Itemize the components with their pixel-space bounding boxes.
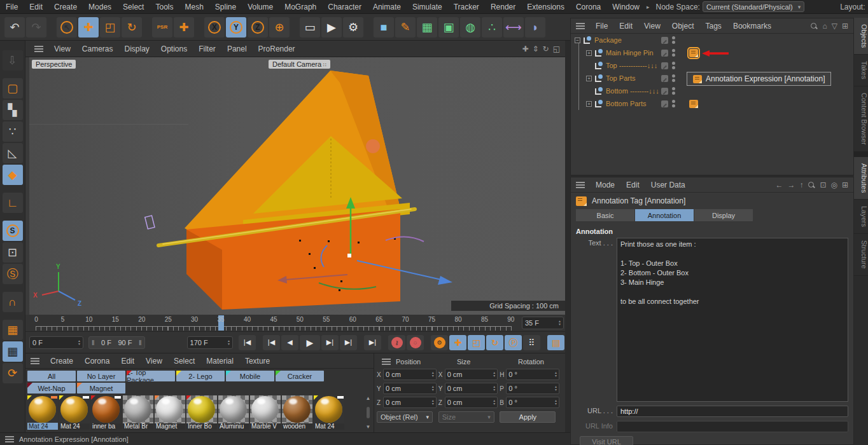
attribute-menu-user-data[interactable]: User Data: [645, 181, 691, 189]
vp-rotate-icon[interactable]: ↻: [543, 44, 549, 53]
url-input[interactable]: http://: [617, 406, 848, 417]
spinner-arrows-icon[interactable]: ▴▾: [430, 399, 434, 406]
next-frame-button[interactable]: ▶|: [321, 335, 339, 350]
om-search-icon[interactable]: [810, 22, 818, 30]
attribute-menu-mode[interactable]: Mode: [590, 181, 620, 189]
object-tag-cell[interactable]: [689, 49, 698, 57]
object-menu-file[interactable]: File: [590, 22, 613, 31]
object-toggles[interactable]: [661, 87, 675, 95]
spinner-arrows-icon[interactable]: ▴▾: [491, 399, 495, 406]
menu-character[interactable]: Character: [322, 3, 367, 11]
position-z-field[interactable]: 0 cm▴▾: [383, 397, 437, 408]
move-icon[interactable]: ✚: [78, 17, 99, 38]
material-aluminiu-6[interactable]: Aluminiu: [218, 395, 249, 430]
prev-frame-button[interactable]: ◀: [281, 335, 298, 350]
move-axis-icon[interactable]: ✚: [174, 17, 194, 38]
viewport-menu-filter[interactable]: Filter: [193, 44, 221, 53]
material-menu-material[interactable]: Material: [200, 357, 239, 366]
viewport-menu-view[interactable]: View: [48, 44, 76, 53]
side-tab-objects[interactable]: Objects: [854, 18, 868, 55]
menu-render[interactable]: Render: [485, 3, 521, 11]
y-axis-lock-icon[interactable]: Y: [226, 17, 246, 38]
object-tag-cell[interactable]: [689, 100, 698, 108]
model-mode-icon[interactable]: ▢: [3, 78, 23, 99]
layer-tab-2-lego[interactable]: 2- Lego: [176, 371, 225, 381]
object-toggles[interactable]: [661, 49, 675, 57]
menu-file[interactable]: File: [0, 3, 24, 11]
node-space-dropdown[interactable]: Current (Standard/Physical)▾: [703, 1, 804, 12]
layer-tab-1-top-package[interactable]: 1- Top Package: [127, 371, 175, 381]
menu-volume[interactable]: Volume: [242, 3, 279, 11]
viewport-menu-options[interactable]: Options: [155, 44, 193, 53]
snap-3d-icon[interactable]: Ⓢ: [3, 264, 23, 284]
menu-simulate[interactable]: Simulate: [407, 3, 448, 11]
rotation-b-field[interactable]: 0 °▴▾: [506, 397, 559, 408]
object-toggles[interactable]: [661, 36, 675, 44]
workplane-grid-icon[interactable]: ▦: [3, 320, 23, 340]
undo-icon[interactable]: ↶: [4, 17, 25, 38]
attribute-menu-edit[interactable]: Edit: [620, 181, 645, 189]
magnet-icon[interactable]: ∩: [3, 292, 23, 312]
size-y-field[interactable]: 0 cm▴▾: [445, 383, 498, 394]
polygon-mode-icon[interactable]: ◆: [3, 165, 23, 185]
generator-icon[interactable]: ▣: [438, 17, 459, 38]
material-menu-corona[interactable]: Corona: [79, 357, 115, 366]
goto-end-button[interactable]: ▶|: [364, 335, 381, 350]
tree-row-package[interactable]: −Package: [571, 34, 853, 46]
frame-start-field[interactable]: 0 F ▴▾: [29, 336, 83, 349]
menu-create[interactable]: Create: [48, 3, 83, 11]
tab-basic[interactable]: Basic: [576, 209, 634, 221]
symmetry-icon[interactable]: ⟷: [503, 17, 524, 38]
tab-display[interactable]: Display: [694, 209, 753, 221]
object-toggles[interactable]: [661, 62, 675, 69]
material-mat-24-0[interactable]: Mat 24: [27, 395, 58, 430]
menu-tools[interactable]: Tools: [150, 3, 179, 11]
annotation-tag-icon[interactable]: [689, 49, 698, 57]
tree-row-main-hinge-pin[interactable]: +Main Hinge Pin: [571, 46, 853, 59]
size-x-field[interactable]: 0 cm▴▾: [445, 369, 498, 380]
om-home-icon[interactable]: ⌂: [822, 22, 827, 31]
material-magnet-4[interactable]: Magnet: [155, 395, 185, 430]
scroll-thumb[interactable]: [367, 407, 370, 418]
coordinates-menu-icon[interactable]: [382, 361, 391, 362]
size-dropdown[interactable]: Size▾: [438, 411, 494, 423]
viewport-menu-display[interactable]: Display: [118, 44, 155, 53]
spinner-arrows-icon[interactable]: ▴▾: [491, 371, 495, 378]
vp-toggle-icon[interactable]: ◱: [553, 44, 560, 53]
psr-transfer-icon[interactable]: PSR: [152, 17, 172, 38]
menu-select[interactable]: Select: [117, 3, 150, 11]
spinner-arrows-icon[interactable]: ▴▾: [430, 371, 434, 378]
render-view-icon[interactable]: ▭: [300, 17, 320, 38]
layer-square-icon[interactable]: [661, 37, 668, 44]
material-menu-edit[interactable]: Edit: [115, 357, 140, 366]
tab-annotation[interactable]: Annotation: [635, 209, 694, 221]
coordinate-system-icon[interactable]: ⊕: [269, 17, 290, 38]
url-info-input[interactable]: [617, 421, 848, 432]
render-settings-icon[interactable]: ⚙: [343, 17, 363, 38]
viewport-menu-prorender[interactable]: ProRender: [253, 44, 301, 53]
key-parameter-button[interactable]: Ⓟ: [505, 335, 522, 350]
x-axis-lock-icon[interactable]: X: [204, 17, 225, 38]
size-z-field[interactable]: 0 cm▴▾: [445, 397, 498, 408]
spinner-arrows-icon[interactable]: ▴▾: [430, 385, 434, 392]
tree-row-bottom[interactable]: Bottom --------↓↓↓: [571, 85, 853, 97]
vp-zoom-icon[interactable]: ⇕: [533, 44, 539, 53]
material-inner-ba-2[interactable]: inner ba: [91, 395, 122, 430]
spinner-arrows-icon[interactable]: ▴▾: [491, 385, 495, 392]
keyframe-selection-button[interactable]: ⚙: [431, 335, 448, 350]
viewport-canvas[interactable]: Perspective Default Camera ∷: [29, 57, 565, 315]
om-filter-icon[interactable]: ▽: [832, 22, 837, 31]
menu-window[interactable]: Window: [606, 3, 645, 11]
menu-mograph[interactable]: MoGraph: [279, 3, 322, 11]
spinner-arrows-icon[interactable]: ▴▾: [225, 339, 230, 346]
play-button[interactable]: ▶: [300, 335, 320, 350]
object-rel-dropdown[interactable]: Object (Rel)▾: [377, 411, 433, 423]
layer-tab-cracker[interactable]: Cracker: [276, 371, 324, 381]
object-toggles[interactable]: [661, 74, 675, 82]
spline-pen-icon[interactable]: ✎: [395, 17, 416, 38]
position-y-field[interactable]: 0 cm▴▾: [383, 383, 437, 394]
material-metal-br-3[interactable]: Metal Br: [123, 395, 153, 430]
lock-workplane-icon[interactable]: ▦: [3, 341, 23, 362]
prev-key-button[interactable]: |◀: [263, 335, 280, 350]
material-menu-icon[interactable]: [31, 360, 39, 362]
